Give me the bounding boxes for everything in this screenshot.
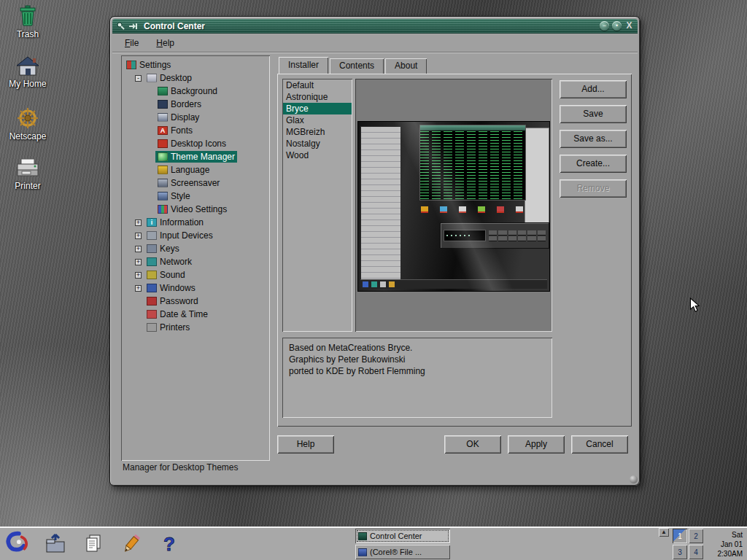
theme-item-astronique[interactable]: Astronique (283, 91, 352, 103)
maximize-button[interactable]: • (612, 21, 622, 31)
tree-indent (123, 275, 135, 276)
task-corel-file-manager[interactable]: (Corel® File ... (355, 545, 450, 559)
tree-item-borders[interactable]: Borders (123, 98, 268, 111)
description-line: ported to KDE by Robert Flemming (289, 365, 546, 377)
tree-item-fonts[interactable]: AFonts (123, 124, 268, 137)
expand-icon[interactable]: + (135, 233, 142, 239)
tree-item-date-time[interactable]: Date & Time (123, 308, 268, 321)
desktop-icon-label: Trash (4, 29, 51, 39)
apply-button[interactable]: Apply (508, 435, 565, 454)
fonts-icon: A (158, 126, 168, 135)
desktop-icon-my-home[interactable]: My Home (4, 55, 51, 89)
desktop-icon-netscape[interactable]: Netscape (4, 106, 51, 141)
tree-indent (123, 117, 146, 118)
tree-indent (123, 196, 146, 197)
expand-icon[interactable]: + (135, 219, 142, 226)
menu-help[interactable]: Help (150, 36, 181, 50)
tree-item-display[interactable]: Display (123, 111, 268, 124)
tree-item-printers[interactable]: Printers (123, 321, 268, 334)
desktop-icon-trash[interactable]: Trash (4, 4, 51, 39)
tree-item-keys[interactable]: +Keys (123, 242, 268, 255)
sticky-pin-icon[interactable] (116, 21, 125, 31)
keys-icon (147, 244, 157, 253)
tree-item-style[interactable]: Style (123, 190, 268, 203)
pager-desktop-3[interactable]: 3 (673, 545, 687, 559)
tree-item-label: Background (171, 86, 217, 96)
tree-item-desktop[interactable]: -Desktop (123, 71, 268, 85)
corel-logo-icon (3, 530, 32, 558)
tab-bar: Installer Contents About (277, 57, 632, 74)
collapse-icon[interactable]: - (135, 75, 142, 82)
pager-desktop-4[interactable]: 4 (689, 545, 703, 559)
panel-hide-arrow-icon[interactable]: ▲ (659, 528, 669, 537)
desktop-icons-icon (158, 139, 168, 148)
documents-button[interactable] (79, 529, 108, 559)
tree-item-windows[interactable]: +Windows (123, 281, 268, 295)
description-line: Based on MetaCreations Bryce. (289, 342, 546, 354)
borders-icon (158, 100, 168, 109)
tree-item-label: Screensaver (171, 178, 220, 188)
tree-item-theme-manager[interactable]: Theme Manager (123, 150, 268, 163)
tab-installer[interactable]: Installer (279, 57, 328, 74)
help-launcher-button[interactable]: ? (155, 529, 184, 559)
display-icon (158, 113, 168, 122)
file-manager-button[interactable] (41, 529, 70, 559)
desktop-folder-icon (147, 74, 157, 82)
tree-item-sound[interactable]: +Sound (123, 268, 268, 281)
tree-item-password[interactable]: Password (123, 295, 268, 308)
corel-k-menu-button[interactable] (3, 529, 32, 559)
resize-handle[interactable] (630, 475, 638, 483)
tree-indent (123, 314, 135, 315)
save-button[interactable]: Save (560, 105, 627, 123)
theme-item-wood[interactable]: Wood (283, 149, 352, 161)
tree-item-video-settings[interactable]: Video Settings (123, 203, 268, 216)
tree-item-desktop-icons[interactable]: Desktop Icons (123, 137, 268, 150)
cancel-button[interactable]: Cancel (571, 435, 628, 454)
tree-item-screensaver[interactable]: Screensaver (123, 176, 268, 190)
pager-desktop-2[interactable]: 2 (689, 529, 703, 543)
window-menu-icon[interactable] (128, 21, 137, 31)
tree-item-label: Style (171, 191, 190, 201)
expand-icon[interactable]: + (135, 285, 142, 292)
editor-button[interactable] (117, 529, 146, 559)
ok-button[interactable]: OK (444, 435, 501, 454)
create-button[interactable]: Create... (560, 155, 627, 173)
remove-button: Remove (560, 179, 627, 198)
sound-icon (147, 271, 157, 279)
tree-item-input-devices[interactable]: +Input Devices (123, 229, 268, 242)
pager-desktop-1[interactable]: 1 (673, 529, 687, 543)
tab-contents[interactable]: Contents (330, 58, 384, 74)
theme-preview (355, 79, 552, 332)
tree-indent (123, 327, 135, 328)
tree-item-background[interactable]: Background (123, 85, 268, 98)
close-button[interactable]: X (624, 21, 634, 31)
desktop-icon-printer[interactable]: Printer (4, 158, 51, 191)
titlebar[interactable]: Control Center − • X (112, 19, 638, 34)
theme-item-mgbreizh[interactable]: MGBreizh (283, 126, 352, 138)
task-control-center[interactable]: Control Center (355, 529, 450, 543)
tree-item-information[interactable]: +iInformation (123, 216, 268, 229)
settings-tree: Settings-DesktopBackgroundBordersDisplay… (121, 55, 270, 461)
tree-item-network[interactable]: +Network (123, 255, 268, 268)
theme-item-glax[interactable]: Glax (283, 114, 352, 126)
menu-file[interactable]: File (118, 36, 145, 50)
settings-icon (126, 61, 136, 69)
expand-icon[interactable]: + (135, 259, 142, 265)
tree-indent (123, 78, 135, 79)
add-button[interactable]: Add... (560, 80, 627, 98)
minimize-button[interactable]: − (600, 21, 609, 31)
tab-about[interactable]: About (385, 58, 427, 74)
expand-icon[interactable]: + (135, 246, 142, 252)
save-as-button[interactable]: Save as... (560, 130, 627, 148)
tree-indent (123, 157, 146, 158)
expand-icon[interactable]: + (135, 272, 142, 279)
tree-item-language[interactable]: Language (123, 163, 268, 176)
help-button[interactable]: Help (277, 435, 334, 454)
theme-item-nostalgy[interactable]: Nostalgy (283, 138, 352, 149)
tree-item-settings[interactable]: Settings (123, 58, 268, 71)
theme-actions: Add... Save Save as... Create... Remove (560, 79, 627, 421)
dialog-buttons: Help OK Apply Cancel (277, 435, 632, 454)
theme-item-bryce[interactable]: Bryce (283, 103, 352, 114)
theme-manager-pane: Installer Contents About DefaultAstroniq… (277, 57, 632, 456)
theme-item-default[interactable]: Default (283, 79, 352, 91)
